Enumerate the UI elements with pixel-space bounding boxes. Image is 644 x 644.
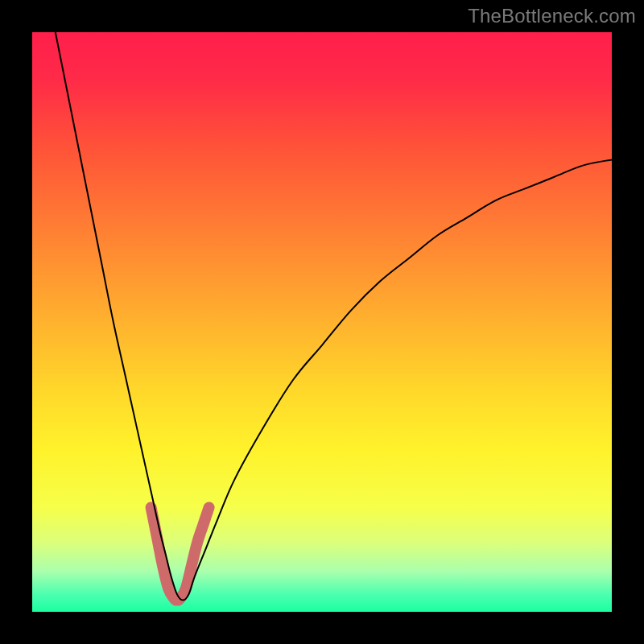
- bottleneck-curve-path: [56, 32, 612, 601]
- watermark-text: TheBottleneck.com: [468, 5, 636, 27]
- curve-layer: [32, 32, 612, 612]
- chart-frame: TheBottleneck.com: [0, 0, 644, 644]
- highlight-band-path: [151, 507, 209, 600]
- plot-area: [32, 32, 612, 612]
